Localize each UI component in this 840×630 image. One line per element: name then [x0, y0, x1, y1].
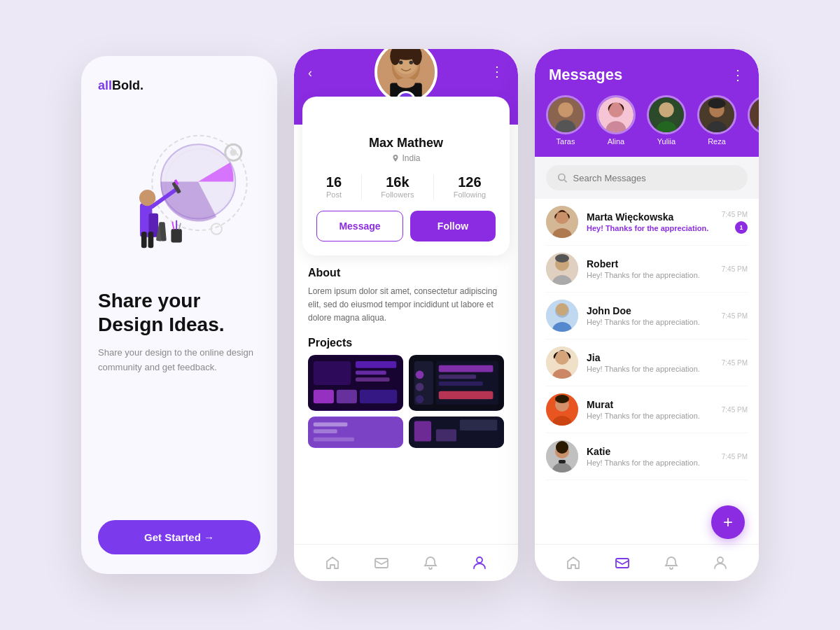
message-item-johndoe[interactable]: John Doe Hey! Thanks for the appreciatio…: [546, 293, 748, 340]
contact-taras[interactable]: Taras: [546, 95, 585, 146]
profile-location: India: [316, 153, 496, 163]
message-preview: Hey! Thanks for the appreciation.: [587, 224, 713, 232]
svg-point-87: [556, 303, 568, 316]
message-meta: 7:45 PM: [722, 312, 748, 320]
svg-point-102: [718, 557, 723, 563]
search-input[interactable]: [573, 173, 736, 183]
contact-reza[interactable]: Reza: [697, 95, 736, 146]
nav-profile-icon[interactable]: [471, 554, 488, 571]
profile-actions: Message Follow: [316, 211, 496, 241]
back-button[interactable]: ‹: [308, 63, 328, 83]
svg-rect-51: [314, 422, 348, 426]
nav-message-icon[interactable]: [373, 554, 390, 571]
svg-line-15: [172, 222, 174, 229]
nav-home-icon[interactable]: [324, 554, 341, 571]
message-time: 7:45 PM: [722, 312, 748, 320]
message-button[interactable]: Message: [316, 211, 403, 241]
contact-yuliia[interactable]: Yuliia: [647, 95, 686, 146]
svg-point-47: [416, 370, 424, 379]
get-started-button[interactable]: Get Started →: [98, 520, 260, 554]
contacts-row: Taras Alina Yuliia Reza M...: [535, 95, 759, 157]
svg-rect-101: [616, 559, 629, 568]
svg-rect-55: [460, 419, 497, 430]
message-meta: 7:45 PM: [722, 265, 748, 273]
contact-alina[interactable]: Alina: [596, 95, 636, 146]
svg-rect-6: [141, 232, 147, 248]
message-time: 7:45 PM: [722, 406, 748, 414]
message-avatar: [546, 206, 578, 238]
svg-point-71: [708, 99, 726, 108]
message-time: 7:45 PM: [722, 453, 748, 461]
message-time: 7:45 PM: [722, 359, 748, 367]
stat-posts: 16 Post: [326, 174, 342, 200]
contact-name: Taras: [556, 137, 575, 146]
svg-rect-52: [314, 429, 337, 433]
contact-name: Alina: [608, 137, 624, 146]
more-options-button[interactable]: ⋮: [490, 63, 504, 80]
contact-avatar: [697, 95, 736, 134]
svg-point-61: [558, 102, 573, 117]
nav-notification-icon[interactable]: [663, 554, 680, 571]
nav-profile-icon[interactable]: [712, 554, 729, 571]
message-meta: 7:45 PM: [722, 406, 748, 414]
nav-notification-icon[interactable]: [422, 554, 439, 571]
message-sender: Robert: [587, 258, 713, 270]
about-text: Lorem ipsum dolor sit amet, consectetur …: [308, 285, 504, 326]
message-sender: Jia: [587, 352, 713, 363]
svg-rect-33: [314, 360, 351, 384]
svg-point-94: [555, 395, 569, 403]
svg-point-31: [397, 78, 415, 88]
message-sender: Marta Więckowska: [587, 211, 713, 223]
follow-button[interactable]: Follow: [410, 211, 496, 241]
svg-point-48: [416, 383, 424, 391]
message-item-marta[interactable]: Marta Więckowska Hey! Thanks for the app…: [546, 199, 748, 246]
nav-message-icon[interactable]: [614, 554, 631, 571]
message-avatar: [546, 393, 578, 426]
contact-name: Yuliia: [657, 137, 676, 146]
svg-point-76: [559, 174, 565, 181]
messages-more-button[interactable]: ⋮: [731, 66, 745, 83]
message-time: 7:45 PM: [722, 211, 748, 218]
svg-point-19: [230, 149, 237, 156]
svg-rect-36: [356, 377, 390, 382]
project-thumb-2[interactable]: [409, 355, 504, 411]
nav-home-icon[interactable]: [565, 554, 582, 571]
project-thumb-3[interactable]: [308, 416, 403, 448]
svg-point-28: [399, 61, 402, 64]
compose-button[interactable]: +: [711, 505, 745, 539]
message-item-murat[interactable]: Murat Hey! Thanks for the appreciation. …: [546, 386, 748, 433]
app-logo: allBold.: [98, 78, 260, 93]
logo-all: all: [98, 78, 112, 92]
message-item-robert[interactable]: Robert Hey! Thanks for the appreciation.…: [546, 246, 748, 293]
contact-more[interactable]: M...: [748, 95, 759, 146]
message-content: John Doe Hey! Thanks for the appreciatio…: [587, 305, 713, 326]
message-avatar: [546, 253, 578, 285]
message-sender: Murat: [587, 399, 713, 410]
message-sender: Katie: [587, 446, 713, 457]
hero-illustration: [98, 113, 260, 267]
svg-line-77: [564, 180, 567, 183]
svg-rect-56: [414, 421, 431, 441]
svg-point-29: [410, 61, 413, 64]
svg-rect-44: [439, 374, 476, 379]
contact-name: Reza: [708, 137, 726, 146]
search-bar[interactable]: [546, 165, 748, 190]
message-content: Murat Hey! Thanks for the appreciation.: [587, 399, 713, 420]
project-thumb-4[interactable]: [409, 416, 504, 448]
svg-rect-53: [314, 437, 354, 441]
message-avatar: [546, 346, 578, 379]
project-thumb-1[interactable]: [308, 355, 403, 411]
stat-followers: 16k Followers: [381, 174, 414, 200]
messages-list: Marta Więckowska Hey! Thanks for the app…: [535, 199, 759, 544]
svg-point-79: [555, 210, 569, 224]
about-title: About: [308, 267, 504, 279]
message-item-jia[interactable]: Jia Hey! Thanks for the appreciation. 7:…: [546, 340, 748, 386]
svg-rect-34: [356, 360, 396, 368]
subtitle: Share your design to the online design c…: [98, 346, 260, 375]
screen-profile: ‹ ⋮: [294, 49, 518, 581]
stat-following: 126 Following: [454, 174, 486, 200]
message-item-katie[interactable]: Katie Hey! Thanks for the appreciation. …: [546, 433, 748, 480]
projects-title: Projects: [308, 337, 504, 349]
svg-rect-45: [439, 382, 483, 386]
svg-rect-14: [171, 229, 181, 242]
